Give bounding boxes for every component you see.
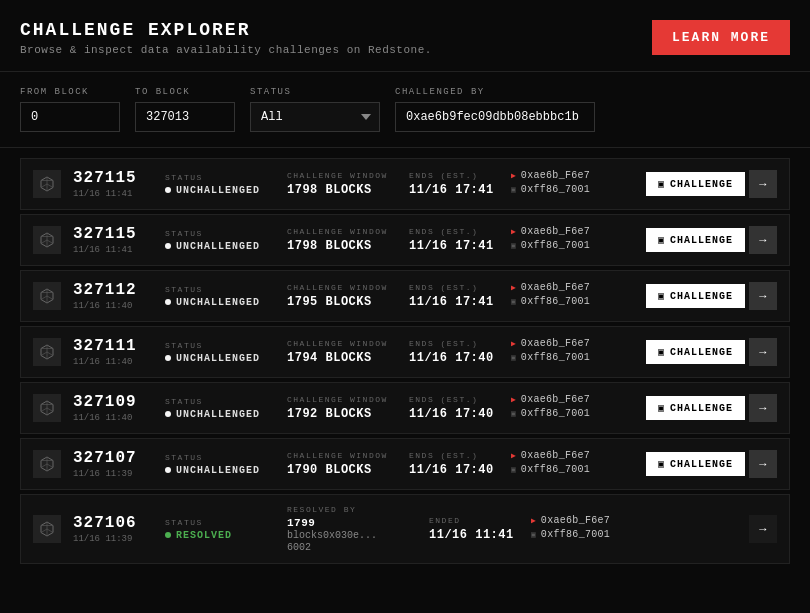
challenge-window-section: CHALLENGE WINDOW 1794 BLOCKS [287,339,397,365]
status-label-text: STATUS [165,397,275,406]
ends-section: ENDS (EST.) 11/16 17:40 [409,339,499,365]
ends-label: ENDS (EST.) [409,395,499,404]
status-text: UNCHALLENGED [176,465,260,476]
status-dot [165,187,171,193]
ends-value: 11/16 17:41 [409,183,499,197]
address-2: 0xff86_7001 [521,352,590,363]
challenged-by-section: ▶ 0xae6b_F6e7 ▣ 0xff86_7001 [531,515,737,543]
actions-section: ▣ CHALLENGE → [646,170,777,198]
block-number-section: 327112 11/16 11:40 [73,281,153,311]
challenge-button[interactable]: ▣ CHALLENGE [646,452,745,476]
block-time: 11/16 11:40 [73,413,153,423]
navigate-button[interactable]: → [749,450,777,478]
challenge-btn-icon: ▣ [658,234,665,246]
challenge-button[interactable]: ▣ CHALLENGE [646,340,745,364]
address-1: 0xae6b_F6e7 [521,282,590,293]
block-number-section: 327107 11/16 11:39 [73,449,153,479]
address-1: 0xae6b_F6e7 [521,226,590,237]
navigate-button[interactable]: → [749,515,777,543]
page-header: CHALLENGE EXPLORER Browse & inspect data… [0,0,810,72]
resolved-blocks-sub: blocks0x030e... [287,530,417,541]
address-row-2: ▣ 0xff86_7001 [511,352,634,363]
address-row-2: ▣ 0xff86_7001 [511,184,634,195]
ends-value: 11/16 11:41 [429,528,519,542]
ends-section: ENDS (EST.) 11/16 17:40 [409,395,499,421]
status-label-text: STATUS [165,341,275,350]
ends-value: 11/16 17:41 [409,239,499,253]
ends-label: ENDS (EST.) [409,283,499,292]
play-icon: ▶ [511,283,516,292]
block-time: 11/16 11:41 [73,189,153,199]
challenge-btn-icon: ▣ [658,346,665,358]
challenge-window-label: CHALLENGE WINDOW [287,227,397,236]
challenge-button[interactable]: ▣ CHALLENGE [646,396,745,420]
status-badge: UNCHALLENGED [165,241,275,252]
ends-label: ENDS (EST.) [409,451,499,460]
ends-section: ENDS (EST.) 11/16 17:40 [409,451,499,477]
challenged-by-input[interactable] [395,102,595,132]
status-badge: UNCHALLENGED [165,409,275,420]
navigate-button[interactable]: → [749,394,777,422]
address-row-2: ▣ 0xff86_7001 [511,464,634,475]
navigate-button[interactable]: → [749,338,777,366]
ends-value: 11/16 17:40 [409,407,499,421]
play-icon: ▶ [511,227,516,236]
challenge-btn-icon: ▣ [658,402,665,414]
block-number: 327112 [73,281,153,299]
status-section: STATUS UNCHALLENGED [165,285,275,308]
table-row: 327109 11/16 11:40 STATUS UNCHALLENGED C… [20,382,790,434]
challenge-button[interactable]: ▣ CHALLENGE [646,172,745,196]
block-number-section: 327115 11/16 11:41 [73,169,153,199]
ends-label: ENDS (EST.) [409,227,499,236]
actions-section: ▣ CHALLENGE → [646,394,777,422]
cube-icon [39,232,55,248]
from-block-input[interactable] [20,102,120,132]
table-row: 327115 11/16 11:41 STATUS UNCHALLENGED C… [20,214,790,266]
address-row-1: ▶ 0xae6b_F6e7 [511,338,634,349]
ends-label: ENDED [429,516,519,525]
block-time: 11/16 11:39 [73,534,153,544]
address-row-1: ▶ 0xae6b_F6e7 [511,170,634,181]
status-dot [165,532,171,538]
learn-more-button[interactable]: LEARN MORE [652,20,790,55]
status-filter: STATUS All Unchallenged Resolved Expired [250,87,380,132]
block-number-section: 327115 11/16 11:41 [73,225,153,255]
address-row-1: ▶ 0xae6b_F6e7 [511,226,634,237]
status-select[interactable]: All Unchallenged Resolved Expired [250,102,380,132]
cube-icon [39,521,55,537]
cube-icon [39,400,55,416]
status-text: UNCHALLENGED [176,409,260,420]
challenged-by-section: ▶ 0xae6b_F6e7 ▣ 0xff86_7001 [511,450,634,478]
navigate-button[interactable]: → [749,170,777,198]
challenge-button[interactable]: ▣ CHALLENGE [646,284,745,308]
actions-section: ▣ CHALLENGE → [646,338,777,366]
challenged-by-filter: CHALLENGED BY [395,87,595,132]
play-icon: ▶ [511,339,516,348]
address-2: 0xff86_7001 [521,408,590,419]
status-badge: UNCHALLENGED [165,353,275,364]
challenge-button[interactable]: ▣ CHALLENGE [646,228,745,252]
status-section: STATUS UNCHALLENGED [165,397,275,420]
to-block-input[interactable] [135,102,235,132]
status-label-text: STATUS [165,173,275,182]
cube-icon [39,288,55,304]
address-2: 0xff86_7001 [541,529,610,540]
challenge-window-section: CHALLENGE WINDOW 1790 BLOCKS [287,451,397,477]
challenge-btn-label: CHALLENGE [670,459,733,470]
challenge-window-label: CHALLENGE WINDOW [287,451,397,460]
resolved-blocks-sub2: 6002 [287,542,417,553]
challenge-window-value: 1790 BLOCKS [287,463,397,477]
status-section: STATUS RESOLVED [165,518,275,541]
status-badge: UNCHALLENGED [165,185,275,196]
challenge-btn-label: CHALLENGE [670,291,733,302]
db-icon: ▣ [511,353,516,362]
resolved-by-label: RESOLVED BY [287,505,417,514]
actions-section: ▣ CHALLENGE → [646,226,777,254]
challenged-by-label: CHALLENGED BY [395,87,595,97]
address-row-1: ▶ 0xae6b_F6e7 [511,282,634,293]
navigate-button[interactable]: → [749,282,777,310]
block-number: 327107 [73,449,153,467]
db-icon: ▣ [511,465,516,474]
from-block-label: FROM BLOCK [20,87,120,97]
navigate-button[interactable]: → [749,226,777,254]
